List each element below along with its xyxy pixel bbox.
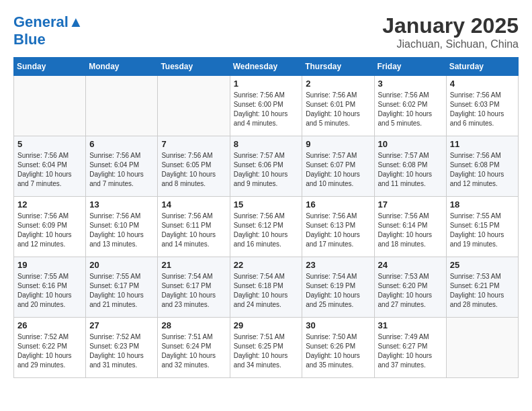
day-number: 23 — [306, 260, 370, 270]
calendar-cell: 12Sunrise: 7:56 AM Sunset: 6:09 PM Dayli… — [14, 197, 86, 257]
day-info: Sunrise: 7:52 AM Sunset: 6:23 PM Dayligh… — [89, 332, 154, 370]
day-number: 17 — [378, 199, 443, 210]
title-block: January 2025 Jiachuan, Sichuan, China — [382, 13, 519, 50]
calendar-cell: 30Sunrise: 7:50 AM Sunset: 6:26 PM Dayli… — [302, 318, 374, 378]
calendar-cell: 24Sunrise: 7:53 AM Sunset: 6:20 PM Dayli… — [374, 257, 446, 318]
day-number: 27 — [89, 320, 154, 330]
calendar-cell — [86, 76, 158, 136]
calendar-cell: 11Sunrise: 7:56 AM Sunset: 6:08 PM Dayli… — [446, 136, 518, 197]
day-number: 7 — [161, 139, 226, 149]
calendar-cell — [14, 76, 86, 136]
weekday-header-saturday: Saturday — [446, 58, 518, 76]
calendar-cell: 4Sunrise: 7:56 AM Sunset: 6:03 PM Daylig… — [446, 76, 518, 136]
day-info: Sunrise: 7:55 AM Sunset: 6:15 PM Dayligh… — [450, 212, 515, 249]
day-number: 29 — [234, 320, 299, 330]
day-info: Sunrise: 7:57 AM Sunset: 6:06 PM Dayligh… — [234, 151, 299, 189]
day-number: 10 — [378, 139, 443, 149]
week-row-4: 19Sunrise: 7:55 AM Sunset: 6:16 PM Dayli… — [14, 257, 519, 318]
day-number: 30 — [306, 320, 370, 330]
day-number: 19 — [17, 260, 82, 270]
day-number: 6 — [89, 139, 154, 149]
day-number: 31 — [378, 320, 443, 330]
calendar-cell: 3Sunrise: 7:56 AM Sunset: 6:02 PM Daylig… — [374, 76, 446, 136]
week-row-3: 12Sunrise: 7:56 AM Sunset: 6:09 PM Dayli… — [14, 197, 519, 257]
day-number: 21 — [161, 260, 226, 270]
calendar-table: SundayMondayTuesdayWednesdayThursdayFrid… — [13, 57, 519, 378]
day-info: Sunrise: 7:51 AM Sunset: 6:24 PM Dayligh… — [161, 332, 226, 370]
day-info: Sunrise: 7:55 AM Sunset: 6:17 PM Dayligh… — [89, 272, 154, 310]
calendar-cell: 6Sunrise: 7:56 AM Sunset: 6:04 PM Daylig… — [86, 136, 158, 197]
calendar-cell: 13Sunrise: 7:56 AM Sunset: 6:10 PM Dayli… — [86, 197, 158, 257]
week-row-1: 1Sunrise: 7:56 AM Sunset: 6:00 PM Daylig… — [14, 76, 519, 136]
day-number: 22 — [234, 260, 299, 270]
calendar-cell: 20Sunrise: 7:55 AM Sunset: 6:17 PM Dayli… — [86, 257, 158, 318]
day-info: Sunrise: 7:57 AM Sunset: 6:07 PM Dayligh… — [306, 151, 370, 189]
logo-general: General — [13, 13, 69, 30]
weekday-header-thursday: Thursday — [302, 58, 374, 76]
day-number: 25 — [450, 260, 515, 270]
day-number: 13 — [89, 199, 154, 210]
day-number: 16 — [306, 199, 370, 210]
day-info: Sunrise: 7:56 AM Sunset: 6:09 PM Dayligh… — [17, 212, 82, 249]
calendar-cell — [446, 318, 518, 378]
day-info: Sunrise: 7:53 AM Sunset: 6:21 PM Dayligh… — [450, 272, 515, 310]
day-number: 12 — [17, 199, 82, 210]
day-info: Sunrise: 7:52 AM Sunset: 6:22 PM Dayligh… — [17, 332, 82, 370]
calendar-cell: 21Sunrise: 7:54 AM Sunset: 6:17 PM Dayli… — [158, 257, 230, 318]
day-info: Sunrise: 7:54 AM Sunset: 6:18 PM Dayligh… — [234, 272, 299, 310]
calendar-cell: 14Sunrise: 7:56 AM Sunset: 6:11 PM Dayli… — [158, 197, 230, 257]
week-row-2: 5Sunrise: 7:56 AM Sunset: 6:04 PM Daylig… — [14, 136, 519, 197]
day-info: Sunrise: 7:56 AM Sunset: 6:03 PM Dayligh… — [450, 91, 515, 128]
day-info: Sunrise: 7:53 AM Sunset: 6:20 PM Dayligh… — [378, 272, 443, 310]
day-number: 14 — [161, 199, 226, 210]
weekday-header-row: SundayMondayTuesdayWednesdayThursdayFrid… — [14, 58, 519, 76]
page-header: General▲Blue January 2025 Jiachuan, Sich… — [13, 13, 519, 50]
calendar-cell: 19Sunrise: 7:55 AM Sunset: 6:16 PM Dayli… — [14, 257, 86, 318]
calendar-cell: 5Sunrise: 7:56 AM Sunset: 6:04 PM Daylig… — [14, 136, 86, 197]
calendar-cell: 9Sunrise: 7:57 AM Sunset: 6:07 PM Daylig… — [302, 136, 374, 197]
calendar-cell: 31Sunrise: 7:49 AM Sunset: 6:27 PM Dayli… — [374, 318, 446, 378]
day-number: 5 — [17, 139, 82, 149]
calendar-cell: 7Sunrise: 7:56 AM Sunset: 6:05 PM Daylig… — [158, 136, 230, 197]
calendar-cell: 22Sunrise: 7:54 AM Sunset: 6:18 PM Dayli… — [230, 257, 302, 318]
logo-text: General▲Blue — [13, 13, 83, 48]
day-number: 8 — [234, 139, 299, 149]
day-number: 28 — [161, 320, 226, 330]
day-info: Sunrise: 7:56 AM Sunset: 6:08 PM Dayligh… — [450, 151, 515, 189]
day-number: 15 — [234, 199, 299, 210]
day-info: Sunrise: 7:54 AM Sunset: 6:17 PM Dayligh… — [161, 272, 226, 310]
day-number: 24 — [378, 260, 443, 270]
calendar-cell: 10Sunrise: 7:57 AM Sunset: 6:08 PM Dayli… — [374, 136, 446, 197]
day-number: 3 — [378, 79, 443, 89]
day-info: Sunrise: 7:57 AM Sunset: 6:08 PM Dayligh… — [378, 151, 443, 189]
day-info: Sunrise: 7:56 AM Sunset: 6:04 PM Dayligh… — [89, 151, 154, 189]
day-info: Sunrise: 7:56 AM Sunset: 6:05 PM Dayligh… — [161, 151, 226, 189]
weekday-header-sunday: Sunday — [14, 58, 86, 76]
day-info: Sunrise: 7:51 AM Sunset: 6:25 PM Dayligh… — [234, 332, 299, 370]
calendar-cell: 15Sunrise: 7:56 AM Sunset: 6:12 PM Dayli… — [230, 197, 302, 257]
week-row-5: 26Sunrise: 7:52 AM Sunset: 6:22 PM Dayli… — [14, 318, 519, 378]
day-info: Sunrise: 7:54 AM Sunset: 6:19 PM Dayligh… — [306, 272, 370, 310]
day-number: 1 — [234, 79, 299, 89]
calendar-title: January 2025 — [382, 13, 519, 38]
day-info: Sunrise: 7:56 AM Sunset: 6:11 PM Dayligh… — [161, 212, 226, 249]
calendar-subtitle: Jiachuan, Sichuan, China — [382, 38, 519, 50]
weekday-header-monday: Monday — [86, 58, 158, 76]
calendar-cell: 23Sunrise: 7:54 AM Sunset: 6:19 PM Dayli… — [302, 257, 374, 318]
logo: General▲Blue — [13, 13, 83, 48]
day-number: 9 — [306, 139, 370, 149]
calendar-cell: 18Sunrise: 7:55 AM Sunset: 6:15 PM Dayli… — [446, 197, 518, 257]
calendar-cell — [158, 76, 230, 136]
calendar-cell: 8Sunrise: 7:57 AM Sunset: 6:06 PM Daylig… — [230, 136, 302, 197]
day-info: Sunrise: 7:49 AM Sunset: 6:27 PM Dayligh… — [378, 332, 443, 370]
day-info: Sunrise: 7:56 AM Sunset: 6:02 PM Dayligh… — [378, 91, 443, 128]
calendar-cell: 2Sunrise: 7:56 AM Sunset: 6:01 PM Daylig… — [302, 76, 374, 136]
day-info: Sunrise: 7:56 AM Sunset: 6:04 PM Dayligh… — [17, 151, 82, 189]
day-info: Sunrise: 7:56 AM Sunset: 6:13 PM Dayligh… — [306, 212, 370, 249]
day-info: Sunrise: 7:55 AM Sunset: 6:16 PM Dayligh… — [17, 272, 82, 310]
day-number: 2 — [306, 79, 370, 89]
weekday-header-wednesday: Wednesday — [230, 58, 302, 76]
day-info: Sunrise: 7:56 AM Sunset: 6:01 PM Dayligh… — [306, 91, 370, 128]
calendar-cell: 1Sunrise: 7:56 AM Sunset: 6:00 PM Daylig… — [230, 76, 302, 136]
day-number: 26 — [17, 320, 82, 330]
